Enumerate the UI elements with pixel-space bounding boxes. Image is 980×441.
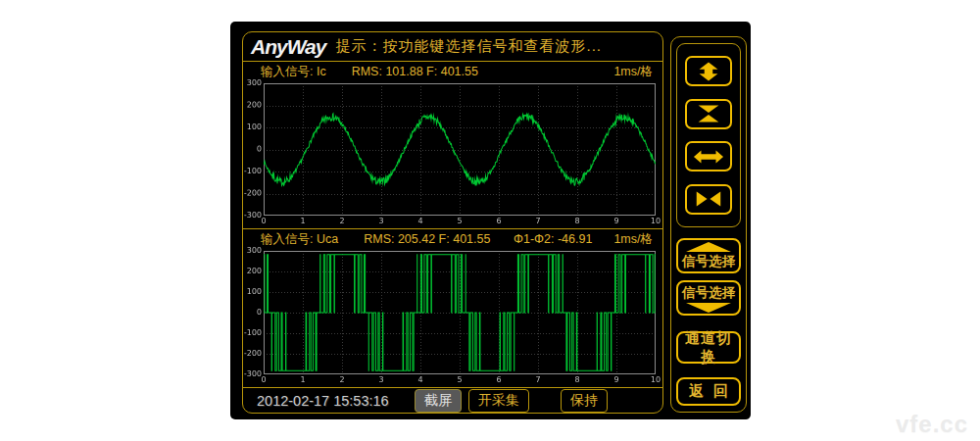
title-bar: AnyWay 提示：按功能键选择信号和查看波形... bbox=[243, 32, 662, 62]
timebase-label: 1ms/格 bbox=[613, 64, 653, 80]
back-label-left: 返 bbox=[689, 382, 704, 401]
back-label-right: 回 bbox=[713, 382, 728, 401]
expand-horizontal-icon bbox=[693, 147, 724, 167]
signal-label: 输入信号: Uca bbox=[261, 231, 338, 248]
compress-vertical-icon bbox=[693, 104, 724, 123]
watermark: vfe.cc bbox=[896, 411, 968, 438]
measurement-readout: RMS: 205.42 F: 401.55 bbox=[364, 232, 490, 246]
anyway-logo: AnyWay bbox=[251, 35, 325, 59]
zoom-button-group bbox=[676, 43, 741, 227]
signal-label: 输入信号: Ic bbox=[261, 64, 326, 80]
compress-vertical-button[interactable] bbox=[685, 99, 732, 129]
measurement-readout: RMS: 101.88 F: 401.55 bbox=[352, 65, 478, 78]
expand-vertical-icon bbox=[693, 62, 724, 81]
expand-vertical-button[interactable] bbox=[685, 56, 732, 86]
triangle-up-icon bbox=[686, 242, 731, 252]
channel-switch-button[interactable]: 通道切换 bbox=[676, 331, 741, 364]
signal-select-up-label: 信号选择 bbox=[682, 253, 735, 270]
device-screen: AnyWay 提示：按功能键选择信号和查看波形... 输入信号: Ic RMS:… bbox=[230, 22, 751, 419]
triangle-down-icon bbox=[686, 303, 731, 313]
status-bar: 2012-02-17 15:53:16 截屏 开采集 保持 bbox=[243, 388, 662, 413]
page-background: AnyWay 提示：按功能键选择信号和查看波形... 输入信号: Ic RMS:… bbox=[0, 0, 980, 441]
back-button[interactable]: 返 回 bbox=[676, 377, 741, 406]
timestamp: 2012-02-17 15:53:16 bbox=[257, 393, 389, 409]
waveform-panel-voltage: 输入信号: Uca RMS: 205.42 F: 401.55 Φ1-Φ2: -… bbox=[243, 229, 662, 388]
current-waveform-chart bbox=[243, 79, 662, 228]
waveform-panel-current: 输入信号: Ic RMS: 101.88 F: 401.55 1ms/格 bbox=[243, 62, 662, 229]
phase-readout: Φ1-Φ2: -46.91 bbox=[514, 232, 592, 246]
timebase-label: 1ms/格 bbox=[613, 231, 653, 248]
hint-text: 提示：按功能键选择信号和查看波形... bbox=[335, 37, 602, 56]
compress-horizontal-button[interactable] bbox=[685, 184, 732, 215]
signal-select-down-button[interactable]: 信号选择 bbox=[676, 280, 741, 316]
panel-header-voltage: 输入信号: Uca RMS: 205.42 F: 401.55 Φ1-Φ2: -… bbox=[243, 229, 662, 247]
signal-select-up-button[interactable]: 信号选择 bbox=[676, 238, 741, 273]
sidebar: 信号选择 信号选择 通道切换 返 回 bbox=[670, 36, 747, 413]
voltage-waveform-chart bbox=[243, 247, 662, 387]
hold-button[interactable]: 保持 bbox=[561, 389, 608, 413]
expand-horizontal-button[interactable] bbox=[685, 141, 732, 172]
main-panel: AnyWay 提示：按功能键选择信号和查看波形... 输入信号: Ic RMS:… bbox=[242, 31, 663, 414]
start-acquisition-button[interactable]: 开采集 bbox=[468, 389, 529, 413]
screenshot-button[interactable]: 截屏 bbox=[415, 389, 462, 413]
signal-select-down-label: 信号选择 bbox=[682, 284, 735, 302]
compress-horizontal-icon bbox=[693, 189, 724, 209]
panel-header-current: 输入信号: Ic RMS: 101.88 F: 401.55 1ms/格 bbox=[243, 62, 662, 79]
